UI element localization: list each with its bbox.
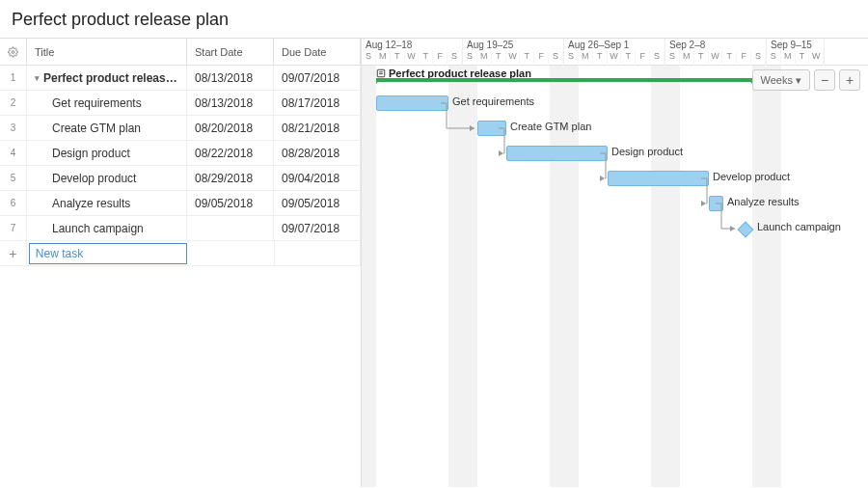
settings-column-header[interactable] xyxy=(0,39,27,65)
add-task-button[interactable]: + xyxy=(0,241,27,265)
svg-rect-1 xyxy=(377,69,385,77)
day-header: T xyxy=(492,51,506,66)
day-header: T xyxy=(722,51,737,66)
gantt-bar-label: Analyze results xyxy=(727,196,800,207)
row-number: 4 xyxy=(0,141,27,165)
day-header: T xyxy=(796,51,810,66)
start-date-column-header[interactable]: Start Date xyxy=(187,39,274,65)
plus-icon: + xyxy=(9,246,16,261)
day-header: T xyxy=(419,51,433,66)
task-title-text: Launch campaign xyxy=(52,222,144,235)
day-header: S xyxy=(549,51,563,66)
day-header: W xyxy=(709,51,723,66)
table-row[interactable]: 6Analyze results09/05/201809/05/2018 xyxy=(0,191,361,216)
day-header: M xyxy=(477,51,492,66)
task-title-cell[interactable]: ▾Perfect product releas… xyxy=(27,66,187,90)
day-header: F xyxy=(433,51,448,66)
day-header: W xyxy=(809,51,824,66)
task-title-cell[interactable]: Design product xyxy=(27,141,187,165)
gantt-task-bar[interactable] xyxy=(506,146,608,161)
due-date-column-header[interactable]: Due Date xyxy=(274,39,361,65)
gantt-panel: Aug 12–18SMTWTFSAug 19–25SMTWTFSAug 26–S… xyxy=(362,38,868,487)
day-header: F xyxy=(534,51,549,66)
week-label: Sep 9–15 xyxy=(767,39,824,51)
start-date-cell[interactable]: 08/13/2018 xyxy=(187,91,274,115)
day-header: M xyxy=(781,51,796,66)
day-header: S xyxy=(463,51,477,66)
task-title-cell[interactable]: Get requirements xyxy=(27,91,187,115)
gantt-parent-bar[interactable] xyxy=(376,78,752,82)
gantt-bar-label: Create GTM plan xyxy=(510,121,591,132)
zoom-select[interactable]: Weeks ▾ xyxy=(752,69,810,91)
timeline-controls: Weeks ▾ − + xyxy=(752,69,860,91)
svg-point-0 xyxy=(12,50,14,53)
due-date-cell[interactable]: 08/28/2018 xyxy=(274,141,361,165)
task-title-text: Perfect product releas… xyxy=(43,71,177,85)
gantt-row: Launch campaign xyxy=(362,216,868,241)
new-task-row[interactable]: + New task xyxy=(0,241,361,266)
row-number: 2 xyxy=(0,91,27,115)
start-date-cell[interactable]: 08/20/2018 xyxy=(187,116,274,140)
row-number: 3 xyxy=(0,116,27,140)
week-label: Sep 2–8 xyxy=(665,39,766,51)
day-header: F xyxy=(636,51,650,66)
chevron-down-icon[interactable]: ▾ xyxy=(35,73,40,83)
timeline-header: Aug 12–18SMTWTFSAug 19–25SMTWTFSAug 26–S… xyxy=(362,39,868,66)
task-grid: Title Start Date Due Date 1▾Perfect prod… xyxy=(0,38,362,487)
day-header: S xyxy=(751,51,766,66)
table-row[interactable]: 7Launch campaign09/07/2018 xyxy=(0,216,361,241)
start-date-cell[interactable]: 08/13/2018 xyxy=(187,66,274,90)
day-header: W xyxy=(405,51,420,66)
gantt-bar-label: Get requirements xyxy=(452,95,534,107)
day-header: T xyxy=(391,51,405,66)
new-task-due-cell[interactable] xyxy=(275,241,361,265)
task-title-cell[interactable]: Launch campaign xyxy=(27,216,187,240)
start-date-cell[interactable]: 08/22/2018 xyxy=(187,141,274,165)
task-title-cell[interactable]: Create GTM plan xyxy=(27,116,187,140)
day-header: T xyxy=(694,51,709,66)
title-column-header[interactable]: Title xyxy=(27,39,187,65)
gantt-task-bar[interactable] xyxy=(608,171,709,186)
due-date-cell[interactable]: 09/04/2018 xyxy=(274,166,361,190)
week-header: Aug 26–Sep 1SMTWTFS xyxy=(564,39,665,66)
start-date-cell[interactable]: 08/29/2018 xyxy=(187,166,274,190)
week-header: Aug 19–25SMTWTFS xyxy=(463,39,564,66)
gantt-bar-label: Develop product xyxy=(713,171,790,182)
due-date-cell[interactable]: 09/05/2018 xyxy=(274,191,361,215)
gantt-milestone[interactable] xyxy=(738,222,754,238)
due-date-cell[interactable]: 09/07/2018 xyxy=(274,66,361,90)
row-number: 5 xyxy=(0,166,27,190)
day-header: T xyxy=(593,51,608,66)
gantt-task-bar[interactable] xyxy=(376,95,448,111)
task-title-cell[interactable]: Develop product xyxy=(27,166,187,190)
table-row[interactable]: 1▾Perfect product releas…08/13/201809/07… xyxy=(0,66,361,91)
task-title-text: Develop product xyxy=(52,172,136,185)
zoom-out-button[interactable]: − xyxy=(814,69,835,91)
task-title-text: Get requirements xyxy=(52,96,142,110)
day-header: M xyxy=(376,51,391,66)
table-row[interactable]: 2Get requirements08/13/201808/17/2018 xyxy=(0,91,361,116)
day-header: W xyxy=(608,51,622,66)
table-row[interactable]: 4Design product08/22/201808/28/2018 xyxy=(0,141,361,166)
task-list-icon xyxy=(376,68,386,78)
due-date-cell[interactable]: 09/07/2018 xyxy=(274,216,361,240)
gantt-row: Create GTM plan xyxy=(362,116,868,141)
table-row[interactable]: 5Develop product08/29/201809/04/2018 xyxy=(0,166,361,191)
day-header: S xyxy=(767,51,781,66)
gantt-task-bar[interactable] xyxy=(477,121,506,136)
gantt-body: Perfect product release planGet requirem… xyxy=(362,66,868,241)
due-date-cell[interactable]: 08/21/2018 xyxy=(274,116,361,140)
row-number: 6 xyxy=(0,191,27,215)
row-number: 1 xyxy=(0,66,27,90)
new-task-input[interactable]: New task xyxy=(29,243,187,264)
gantt-task-bar[interactable] xyxy=(709,196,723,211)
zoom-in-button[interactable]: + xyxy=(839,69,860,91)
table-row[interactable]: 3Create GTM plan08/20/201808/21/2018 xyxy=(0,116,361,141)
new-task-start-cell[interactable] xyxy=(189,241,275,265)
start-date-cell[interactable] xyxy=(187,216,274,240)
task-title-cell[interactable]: Analyze results xyxy=(27,191,187,215)
start-date-cell[interactable]: 09/05/2018 xyxy=(187,191,274,215)
gantt-bar-label: Design product xyxy=(611,146,683,157)
gantt-row: Develop product xyxy=(362,166,868,191)
due-date-cell[interactable]: 08/17/2018 xyxy=(274,91,361,115)
